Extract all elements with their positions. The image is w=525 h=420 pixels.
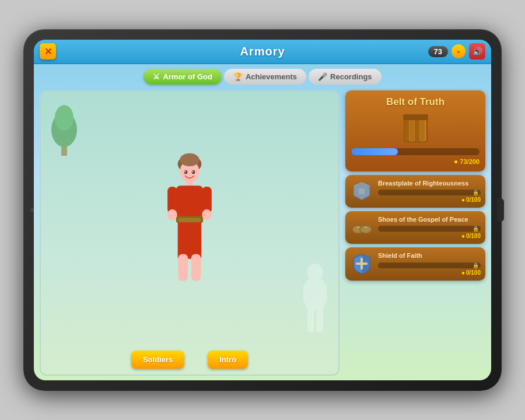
tablet-device: ✕ Armory 73 ● 🔊 ⚔ Armor of God 🏆 Achieve… [23, 29, 502, 391]
svg-point-2 [55, 105, 74, 131]
breastplate-svg [351, 180, 373, 202]
svg-point-24 [192, 170, 195, 174]
header-right-controls: 73 ● 🔊 [428, 43, 485, 60]
belt-icon-container [351, 113, 480, 145]
tab-recordings[interactable]: 🎤 Recordings [309, 69, 382, 85]
armor-item-shoes[interactable]: Shoes of the Gospel of Peace 🔒 ● 0/100 [345, 211, 485, 244]
app-title: Armory [240, 45, 285, 58]
armor-panel: Belt of Truth [345, 90, 485, 376]
header-bar: ✕ Armory 73 ● 🔊 [34, 40, 491, 64]
armor-item-belt[interactable]: Belt of Truth [345, 90, 485, 172]
sword-icon: ⚔ [153, 72, 160, 81]
coin-icon: ● [452, 44, 466, 58]
svg-point-11 [180, 153, 199, 166]
breastplate-icon [350, 180, 373, 203]
svg-point-17 [167, 209, 177, 220]
intro-button[interactable]: Intro [208, 351, 248, 369]
armor-item-breastplate[interactable]: Breastplate of Righteousness 🔒 ● 0/100 [345, 175, 485, 208]
trophy-icon: 🏆 [233, 72, 243, 81]
shield-icon [350, 252, 373, 275]
belt-icon [400, 113, 432, 145]
belt-cost-label: ● 73/200 [351, 158, 480, 166]
tab-armor-of-god[interactable]: ⚔ Armor of God [144, 69, 222, 85]
svg-rect-32 [403, 114, 428, 120]
tab-achievements[interactable]: 🏆 Achievements [224, 69, 306, 85]
shield-svg [351, 253, 373, 275]
svg-rect-19 [178, 221, 202, 259]
mic-icon: 🎤 [318, 72, 327, 81]
svg-rect-21 [191, 254, 201, 281]
svg-rect-22 [178, 218, 201, 222]
shoes-cost: ● 0/100 [378, 233, 481, 239]
shoes-right: Shoes of the Gospel of Peace 🔒 ● 0/100 [378, 216, 481, 239]
character-panel: Soldiers Intro [40, 90, 340, 376]
shield-name: Shield of Faith [378, 252, 481, 260]
coin-count: 73 [428, 46, 448, 57]
svg-rect-7 [307, 309, 314, 332]
shield-right: Shield of Faith 🔒 ● 0/100 [378, 252, 481, 275]
shield-cost: ● 0/100 [378, 270, 481, 276]
svg-rect-37 [356, 262, 368, 265]
breastplate-cost: ● 0/100 [378, 197, 481, 203]
svg-rect-20 [178, 254, 188, 281]
svg-rect-33 [359, 188, 365, 194]
speaker-button[interactable]: 🔊 [469, 43, 485, 60]
svg-rect-6 [320, 284, 327, 304]
belt-progress-fill [351, 148, 398, 155]
character-figure [155, 97, 225, 346]
bg-figure-icon [298, 261, 332, 337]
breastplate-name: Breastplate of Righteousness [378, 180, 481, 187]
belt-progress-container [351, 148, 480, 155]
breastplate-right: Breastplate of Righteousness 🔒 ● 0/100 [378, 180, 481, 203]
belt-title: Belt of Truth [351, 96, 480, 108]
character-buttons: Soldiers Intro [131, 351, 248, 369]
shoes-progress: 🔒 [378, 226, 481, 232]
close-button[interactable]: ✕ [40, 43, 56, 60]
svg-point-18 [202, 209, 212, 220]
svg-rect-8 [316, 309, 323, 332]
shoes-icon [350, 216, 373, 239]
bg-tree-icon [50, 97, 79, 156]
shoes-name: Shoes of the Gospel of Peace [378, 216, 481, 223]
shield-progress: 🔒 [378, 262, 481, 268]
armor-item-shield[interactable]: Shield of Faith 🔒 ● 0/100 [345, 247, 485, 280]
svg-point-3 [307, 264, 323, 280]
screen-bezel: ✕ Armory 73 ● 🔊 ⚔ Armor of God 🏆 Achieve… [34, 40, 491, 380]
character-svg [155, 146, 225, 298]
tabs-row: ⚔ Armor of God 🏆 Achievements 🎤 Recordin… [34, 64, 491, 88]
shoes-svg [351, 216, 373, 239]
soldiers-button[interactable]: Soldiers [131, 351, 184, 369]
svg-point-26 [192, 171, 193, 172]
breastplate-progress: 🔒 [378, 190, 481, 195]
svg-point-25 [185, 171, 186, 172]
svg-rect-5 [303, 284, 310, 304]
app-screen: ✕ Armory 73 ● 🔊 ⚔ Armor of God 🏆 Achieve… [34, 40, 491, 380]
main-content: Soldiers Intro Belt of Truth [34, 88, 491, 380]
svg-point-23 [184, 170, 188, 174]
